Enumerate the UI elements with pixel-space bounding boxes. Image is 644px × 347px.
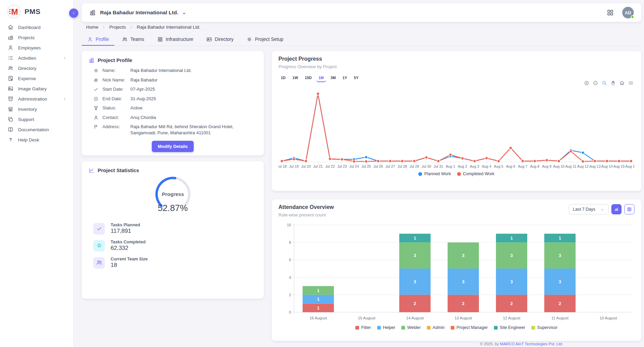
profile-field-status: Status:Active [88, 105, 257, 112]
range-button-15d[interactable]: 15D [303, 75, 314, 82]
svg-text:Jul 25: Jul 25 [361, 164, 371, 168]
progress-chart-title: Project Progress [278, 56, 634, 62]
toolbar-zoom-in-button[interactable] [584, 80, 590, 86]
users-icon [122, 36, 128, 42]
toolbar-selection-zoom-button[interactable] [601, 80, 607, 86]
profile-field-value: 31-Aug-2025 [130, 96, 156, 102]
attendance-range-select[interactable]: Last 7 Days [569, 204, 609, 214]
help-icon: ? [7, 137, 14, 143]
sidebar-item-documentation[interactable]: Documentation [0, 124, 73, 135]
company-name[interactable]: Raja Bahadur International Ltd. [100, 10, 178, 16]
svg-text:6: 6 [289, 258, 291, 262]
office-icon [88, 57, 95, 63]
legend-project-manager[interactable]: Project Manager [451, 325, 488, 330]
footer-text: © 2025, by [480, 342, 500, 346]
legend-marker [494, 326, 498, 330]
range-button-5y[interactable]: 5Y [352, 75, 361, 82]
toolbar-menu-button[interactable] [628, 80, 634, 86]
footer-link[interactable]: MARCO AIoT Technologies Pvt. Ltd. [500, 342, 563, 346]
svg-text:Jul 23: Jul 23 [337, 164, 347, 168]
range-button-1m[interactable]: 1M [316, 75, 326, 82]
profile-field-label: Name: [102, 67, 130, 73]
legend-marker [355, 326, 359, 330]
chevr-icon [62, 56, 68, 60]
svg-text:Aug 11: Aug 11 [565, 164, 577, 168]
range-button-3m[interactable]: 3M [328, 75, 338, 82]
book-icon [7, 126, 14, 133]
sidebar-item-inventory[interactable]: Inventory [0, 104, 73, 114]
sidebar-item-projects[interactable]: Projects [0, 32, 73, 43]
breadcrumb: HomeProjectsRaja Bahadur International L… [86, 25, 200, 30]
range-button-1w[interactable]: 1W [290, 75, 301, 82]
sidebar-item-activities[interactable]: Activities [0, 53, 73, 63]
profile-card-title: Project Profile [98, 57, 132, 63]
sidebar-item-administration[interactable]: Administration [0, 94, 73, 104]
user-avatar[interactable]: AD [622, 7, 634, 18]
chevr-icon [101, 25, 106, 30]
svg-text:Jul 27: Jul 27 [385, 164, 395, 168]
modify-details-button[interactable]: Modify Details [152, 141, 193, 152]
svg-text:3: 3 [414, 280, 416, 284]
range-button-1d[interactable]: 1D [278, 75, 288, 82]
sidebar-collapse-button[interactable] [69, 9, 78, 18]
tab-project-setup[interactable]: Project Setup [241, 34, 289, 46]
profile-field-address: Address:Raja Bahadur Mill Rd, behind She… [88, 124, 257, 136]
svg-text:10: 10 [287, 223, 291, 227]
svg-text:2: 2 [289, 293, 291, 297]
svg-text:3: 3 [511, 280, 513, 284]
legend-admin[interactable]: Admin [427, 325, 445, 330]
office-icon [89, 9, 96, 16]
app-logo[interactable]: M PMS [0, 0, 73, 22]
archive-icon [7, 96, 14, 102]
building-icon [7, 34, 14, 41]
sidebar-item-expense[interactable]: Expense [0, 73, 73, 84]
svg-text:0: 0 [289, 310, 291, 314]
sidebar-item-label: Directory [18, 66, 36, 71]
svg-text:3: 3 [559, 280, 561, 284]
toolbar-zoom-out-button[interactable] [593, 80, 598, 86]
chart-view-button[interactable] [611, 204, 622, 214]
toolbar-pan-button[interactable] [610, 80, 616, 86]
toolbar-home-button[interactable] [619, 80, 625, 86]
breadcrumb-item-projects[interactable]: Projects [109, 25, 126, 30]
legend-helper[interactable]: Helper [377, 325, 396, 330]
svg-text:Jul 31: Jul 31 [434, 164, 443, 168]
chartline-icon [88, 167, 95, 174]
sidebar-item-employees[interactable]: Employees [0, 43, 73, 53]
svg-text:1: 1 [511, 236, 513, 241]
tab-label: Project Setup [255, 37, 283, 42]
table-view-button[interactable] [624, 204, 634, 214]
tab-directory[interactable]: Directory [201, 34, 239, 46]
tab-bar: ProfileTeamsInfrastructureDirectoryProje… [82, 34, 641, 46]
breadcrumb-item-home[interactable]: Home [86, 25, 98, 30]
chevr-icon [129, 25, 134, 30]
legend-supervisor[interactable]: Supervisor [531, 325, 558, 330]
sidebar-item-directory[interactable]: Directory [0, 63, 73, 73]
home-icon [7, 24, 14, 30]
user-icon [93, 115, 99, 120]
sidebar-item-support[interactable]: Support [0, 114, 73, 124]
sidebar-item-help-desk[interactable]: ?Help Desk [0, 135, 73, 145]
apps-grid-icon[interactable] [607, 9, 614, 16]
search-icon [601, 80, 607, 86]
sidebar-item-dashboard[interactable]: Dashboard [0, 22, 73, 32]
gear-icon [93, 68, 99, 73]
tab-profile[interactable]: Profile [82, 34, 114, 46]
svg-text:Jul 22: Jul 22 [325, 164, 335, 168]
chevron-down-icon[interactable] [181, 10, 187, 15]
sidebar-item-image-gallary[interactable]: Image Gallary [0, 84, 73, 94]
legend-welder[interactable]: Welder [401, 325, 420, 330]
range-button-1y[interactable]: 1Y [340, 75, 349, 82]
legend-planned-work[interactable]: Planned Work [418, 171, 451, 176]
project-progress-card: Project Progress Progress Overview by Pr… [272, 51, 641, 191]
tab-infrastructure[interactable]: Infrastructure [152, 34, 199, 46]
stat-label: Current Team Size [111, 257, 148, 261]
svg-text:10 August: 10 August [599, 316, 617, 320]
tab-teams[interactable]: Teams [116, 34, 150, 46]
legend-completed-work[interactable]: Completed Work [457, 171, 495, 176]
svg-text:Aug 13: Aug 13 [589, 164, 600, 168]
legend-site-engineer[interactable]: Site Engineer [494, 325, 525, 330]
legend-fitter[interactable]: Fitter [355, 325, 371, 330]
svg-text:Aug 6: Aug 6 [506, 164, 515, 168]
svg-text:Aug 14: Aug 14 [601, 164, 613, 168]
